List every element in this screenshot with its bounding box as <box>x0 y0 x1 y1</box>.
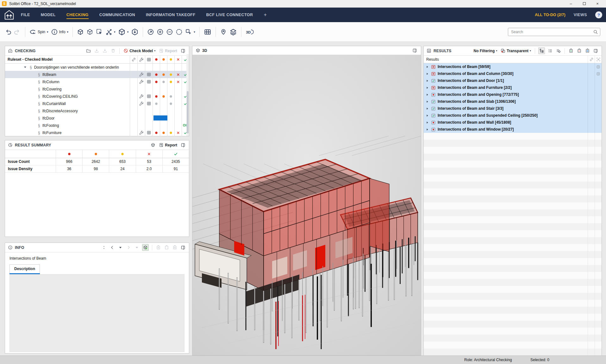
expand-caret-icon[interactable] <box>426 72 429 76</box>
panel-layout-icon[interactable] <box>593 48 599 54</box>
all-todo-link[interactable]: ALL TO-DO (2/7) <box>535 13 565 17</box>
panel-layout-icon[interactable] <box>180 142 186 148</box>
reject-clipboard-button[interactable] <box>576 48 582 54</box>
export-button[interactable] <box>102 48 108 54</box>
floor-plan-grid-icon[interactable] <box>203 26 213 38</box>
spin-tool-button[interactable]: Spin▾ <box>28 26 50 38</box>
checking-report-button[interactable]: Report <box>158 48 178 54</box>
summary-3d-icon[interactable] <box>150 142 156 148</box>
zoom-to-selection-icon[interactable] <box>174 26 184 38</box>
search-input[interactable] <box>508 28 600 36</box>
summary-report-button[interactable]: Report <box>158 142 178 148</box>
tree-row[interactable]: §IfcFurniture <box>5 129 189 136</box>
menu-information-takeoff[interactable]: INFORMATION TAKEOFF <box>146 11 195 19</box>
result-item-row[interactable]: Intersections of Beam and Door [1/1] <box>424 77 602 84</box>
result-item-row[interactable]: Intersections of Beam and Stair [3/3] <box>424 105 602 112</box>
tree-row[interactable]: Ruleset - Checked Model <box>5 56 189 64</box>
views-menu[interactable]: VIEWS <box>574 13 587 17</box>
tab-description[interactable]: Description <box>9 264 40 273</box>
menu-checking[interactable]: CHECKING <box>66 11 89 19</box>
info-tool-button[interactable]: Info▾ <box>50 26 70 38</box>
expand-caret-icon[interactable] <box>426 114 429 117</box>
sectioning-tool-icon[interactable]: ▾ <box>104 26 117 38</box>
3d-settings-icon[interactable]: 3D <box>244 26 255 38</box>
collapse-caret-icon[interactable] <box>23 65 27 69</box>
maximize-button[interactable] <box>578 0 591 8</box>
tree-row[interactable]: §IfcFootingOK <box>5 122 189 129</box>
tree-row[interactable]: §IfcDoor <box>5 114 189 122</box>
menu-file[interactable]: FILE <box>21 11 30 19</box>
tree-row[interactable]: §Doorsnijdingen van verschillende enteit… <box>5 64 189 71</box>
expand-caret-icon[interactable] <box>426 107 429 110</box>
accept-clipboard-button[interactable] <box>568 48 574 54</box>
look-at-box-icon[interactable] <box>130 26 140 38</box>
panel-layout-icon[interactable] <box>180 48 186 54</box>
tree-row[interactable]: §IfcCovering.CEILING <box>5 93 189 100</box>
expand-caret-icon[interactable] <box>426 86 429 89</box>
panel-layout-icon[interactable] <box>412 47 418 53</box>
sort-icon[interactable] <box>101 244 107 250</box>
expand-caret-icon[interactable] <box>426 128 429 131</box>
tree-row[interactable]: §IfcBeam <box>5 71 189 78</box>
tree-view-button[interactable] <box>538 47 545 54</box>
filtering-dropdown[interactable]: No Filtering▾ <box>473 48 498 54</box>
open-ruleset-button[interactable] <box>85 48 91 54</box>
add-view-tab-button[interactable]: + <box>264 10 267 20</box>
select-area-icon[interactable] <box>95 26 104 38</box>
menu-bcf-live-connector[interactable]: BCF LIVE CONNECTOR <box>206 11 253 19</box>
select-element-icon[interactable]: ▾ <box>184 26 197 38</box>
result-item-row[interactable]: Intersections of Beam [59/59] <box>424 63 602 70</box>
clipboard-icon[interactable] <box>164 244 170 250</box>
menu-communication[interactable]: COMMUNICATION <box>99 11 135 19</box>
list-settings-view-button[interactable] <box>555 48 561 54</box>
menu-model[interactable]: MODEL <box>41 11 56 19</box>
3d-model-canvas[interactable] <box>192 55 421 355</box>
previous-dropdown-caret[interactable] <box>117 244 123 250</box>
ruleset-tree: Ruleset - Checked Model§Doorsnijdingen v… <box>5 56 189 136</box>
result-item-row[interactable]: Intersections of Beam and Column [30/30] <box>424 70 602 77</box>
result-item-row[interactable]: Intersections of Beam and Wall [45/1808] <box>424 119 602 126</box>
minimize-button[interactable]: – <box>564 0 578 8</box>
panel-layout-icon[interactable] <box>180 244 186 250</box>
list-view-button[interactable] <box>547 48 553 54</box>
expand-caret-icon[interactable] <box>426 79 429 83</box>
hide-elements-icon[interactable] <box>85 26 95 38</box>
transparency-dropdown[interactable]: Transparent▾ <box>500 48 532 54</box>
result-item-row[interactable]: Intersections of Beam and Slab [1306/130… <box>424 98 602 105</box>
tree-row[interactable]: §IfcDiscreteAccessory <box>5 107 189 114</box>
check-model-button[interactable]: Check Model▾ <box>123 48 156 54</box>
expand-caret-icon[interactable] <box>426 121 429 124</box>
report-clipboard-button[interactable] <box>584 48 590 54</box>
expand-caret-icon[interactable] <box>426 65 429 69</box>
result-item-row[interactable]: Intersections of Beam and Furniture [2/2… <box>424 84 602 91</box>
result-item-row[interactable]: Intersections of Beam and Opening [772/7… <box>424 91 602 98</box>
next-dropdown-caret[interactable] <box>134 244 140 250</box>
help-icon[interactable]: ? <box>595 11 602 18</box>
auto-show-3d-toggle[interactable] <box>142 244 149 251</box>
next-item-button[interactable] <box>126 244 132 250</box>
tree-row[interactable]: §IfcColumn <box>5 78 189 85</box>
tree-row[interactable]: §IfcCovering <box>5 85 189 93</box>
close-button[interactable]: × <box>591 0 604 8</box>
expand-caret-icon[interactable] <box>426 100 429 103</box>
result-item-row[interactable]: Intersections of Beam and Window [20/27] <box>424 126 602 133</box>
clipboard-add-icon[interactable] <box>155 244 161 250</box>
show-all-icon[interactable] <box>76 26 85 38</box>
zoom-in-icon[interactable] <box>155 26 165 38</box>
view-preset-cube-icon[interactable]: ▾ <box>117 26 130 38</box>
zoom-out-icon[interactable] <box>165 26 174 38</box>
redo-button[interactable] <box>13 26 22 38</box>
result-item-row[interactable]: Intersections of Beam and Suspended Ceil… <box>424 112 602 119</box>
expand-caret-icon[interactable] <box>426 93 429 96</box>
import-button[interactable] <box>94 48 100 54</box>
delete-button[interactable] <box>110 48 116 54</box>
filtering-label: No Filtering <box>474 49 495 53</box>
checking-scrollbar[interactable] <box>186 54 189 136</box>
zoom-pan-icon[interactable] <box>146 26 155 38</box>
tree-row[interactable]: §IfcCurtainWall <box>5 100 189 107</box>
clipboard-list-icon[interactable] <box>172 244 178 250</box>
undo-button[interactable] <box>3 26 13 38</box>
previous-item-button[interactable] <box>109 244 115 250</box>
layers-icon[interactable] <box>228 26 238 38</box>
location-pin-icon[interactable] <box>219 26 228 38</box>
